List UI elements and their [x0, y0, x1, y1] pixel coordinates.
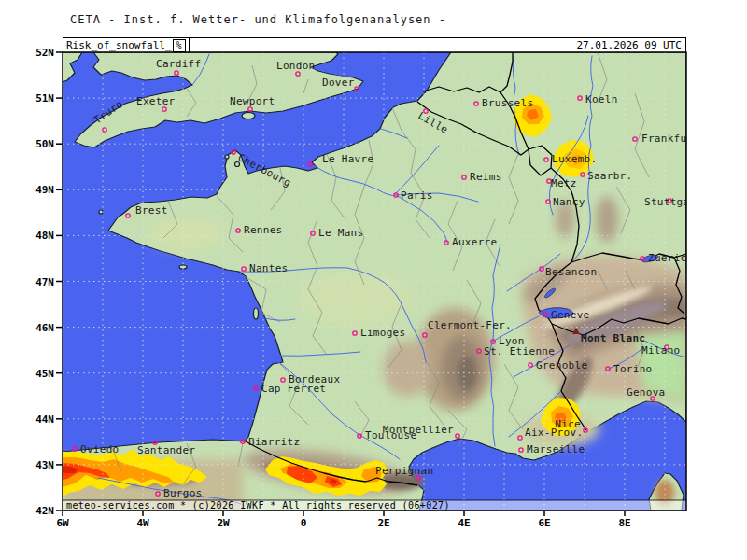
city: Cap Ferret — [254, 383, 326, 395]
peak-label: Mont Blanc — [581, 332, 645, 344]
lon-label: 8E — [618, 517, 630, 529]
city-label: Milano — [641, 344, 681, 357]
city: Besancon — [540, 266, 598, 278]
city: Rennes — [236, 224, 283, 236]
city: Milano — [641, 344, 681, 357]
city-label: Rennes — [244, 224, 283, 236]
city: Frankfurt — [633, 133, 700, 145]
city: Biarritz — [241, 436, 301, 448]
city: Oviedo — [73, 443, 120, 455]
city-label: Geneve — [551, 309, 590, 321]
city: Limoges — [353, 327, 406, 339]
lon-label: 6E — [538, 517, 550, 529]
lat-label: 46N — [35, 322, 54, 334]
city: Auxerre — [444, 236, 498, 248]
city-label: Le Havre — [322, 153, 374, 165]
city: Paris — [394, 189, 433, 202]
city: Genova — [627, 386, 666, 400]
city-label: Perpignan — [375, 465, 433, 477]
city-label: Limoges — [360, 327, 405, 339]
city-label: Luxemb. — [552, 153, 597, 165]
lat-label: 52N — [35, 47, 54, 59]
city: Brussels — [474, 97, 534, 109]
city-label: Genova — [627, 386, 666, 399]
lat-label: 45N — [35, 368, 54, 380]
city-label: Montpellier — [383, 424, 454, 436]
weather-map-page: CETA - Inst. f. Wetter- und Klimafolgena… — [0, 0, 747, 560]
city: Nantes — [242, 262, 289, 274]
city: Saarbr. — [581, 170, 633, 182]
city-label: Burgos — [163, 487, 203, 499]
city: Geneve — [543, 309, 590, 321]
city: Marseille — [519, 443, 585, 455]
city-label: Torino — [613, 363, 653, 375]
lat-label: 44N — [35, 413, 54, 426]
city-label: Biarritz — [248, 436, 300, 448]
lon-label: 0 — [301, 517, 307, 529]
city-label: Besancon — [545, 266, 597, 278]
lon-label: 6W — [56, 517, 69, 529]
city-label: Le Mans — [318, 227, 363, 239]
city: Dover — [322, 77, 359, 91]
city-label: Nantes — [249, 262, 289, 274]
city-label: Nice — [555, 418, 581, 430]
copyright-text: meteo-services.com * (c)2026 IWKF * All … — [66, 500, 450, 511]
city: Luxemb. — [544, 153, 598, 165]
city-label: Brussels — [482, 97, 533, 109]
city-label: Oviedo — [80, 443, 120, 455]
copyright-bar: meteo-services.com * (c)2026 IWKF * All … — [63, 500, 686, 511]
city-label: Clermont-Fer. — [428, 319, 512, 331]
city-label: Reims — [470, 171, 502, 183]
lon-label: 4E — [458, 517, 470, 529]
city: Burgos — [156, 487, 203, 499]
lat-label: 51N — [35, 92, 54, 105]
city: St. Etienne — [477, 345, 555, 357]
city: Stuttgart — [644, 196, 702, 208]
city-label: Paris — [401, 189, 433, 202]
city: Le Mans — [311, 227, 364, 239]
city: Torino — [606, 363, 653, 375]
lon-label: 2E — [377, 517, 389, 529]
city-label: Nancy — [553, 196, 585, 208]
city-label: Auxerre — [452, 236, 497, 248]
lat-label: 43N — [35, 459, 54, 471]
lon-label: 2W — [217, 517, 230, 529]
city: Nancy — [546, 196, 585, 208]
lon-label: 4W — [136, 517, 149, 529]
city-label: Cap Ferret — [261, 383, 326, 395]
city-label: London — [276, 60, 316, 72]
lat-label: 48N — [35, 230, 54, 242]
city-label: Metz — [551, 177, 577, 189]
city-label: Newport — [230, 95, 275, 107]
city-label: Grenoble — [536, 359, 587, 371]
city-label: St. Etienne — [484, 345, 555, 357]
lat-label: 47N — [35, 276, 54, 288]
lat-label: 49N — [35, 184, 54, 196]
city: Grenoble — [529, 359, 588, 371]
city-label: Frankfurt — [641, 133, 699, 145]
city-label: Exeter — [136, 95, 176, 107]
city: Metz — [547, 177, 577, 189]
city: Montpellier — [383, 424, 459, 438]
city-label: Cardiff — [156, 58, 201, 70]
city-label: Brest — [135, 204, 168, 217]
lat-label: 50N — [35, 138, 54, 150]
city-label: Koeln — [585, 93, 618, 105]
city-label: Stuttgart — [644, 196, 702, 208]
lat-label: 42N — [35, 505, 54, 517]
map-canvas: TruroExeterCardiffLondonNewportDoverLe H… — [0, 0, 747, 560]
city-label: Marseille — [527, 443, 585, 455]
city: Zuerich — [641, 252, 694, 264]
city-label: Dover — [322, 77, 355, 89]
city-label: Saarbr. — [587, 170, 632, 182]
city-label: Santander — [137, 444, 195, 456]
